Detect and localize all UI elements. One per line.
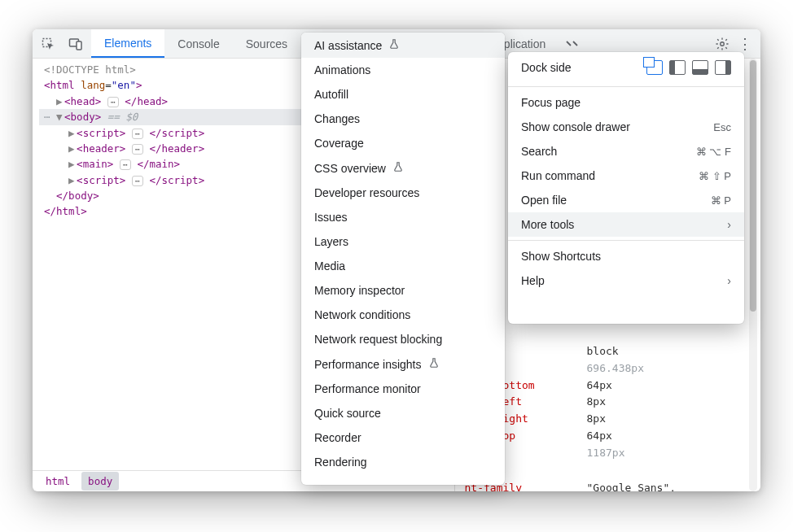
css-value: 8px bbox=[587, 411, 606, 428]
more-tools-issues[interactable]: Issues bbox=[301, 205, 505, 229]
menu-focus-page[interactable]: Focus page bbox=[508, 90, 744, 115]
style-row: rgin-left8px bbox=[465, 394, 747, 411]
menu-run-command[interactable]: Run command⌘ ⇧ P bbox=[508, 164, 744, 188]
breadcrumb-html[interactable]: html bbox=[39, 472, 77, 491]
style-row: nt-family"Google Sans", bbox=[465, 480, 747, 491]
css-value: 64px bbox=[587, 428, 612, 445]
more-tools-performance-insights[interactable]: Performance insights bbox=[301, 351, 505, 377]
dock-left-icon[interactable] bbox=[669, 60, 686, 75]
more-tools-recorder[interactable]: Recorder bbox=[301, 425, 505, 450]
more-tools-network-request-blocking[interactable]: Network request blocking bbox=[301, 327, 505, 351]
settings-menu: Dock side Focus page Show console drawer… bbox=[508, 52, 744, 324]
css-value: block bbox=[587, 343, 619, 360]
dock-undock-icon[interactable] bbox=[646, 60, 663, 75]
tab-elements[interactable]: Elements bbox=[91, 29, 164, 58]
more-tools-rendering[interactable]: Rendering bbox=[301, 450, 505, 474]
more-tools-media[interactable]: Media bbox=[301, 254, 505, 278]
kebab-icon[interactable]: ⋮ bbox=[738, 37, 752, 51]
css-value: 64px bbox=[587, 377, 612, 395]
menu-search[interactable]: Search⌘ ⌥ F bbox=[508, 139, 744, 164]
doctype-node[interactable]: <!DOCTYPE html> bbox=[44, 63, 136, 76]
inspect-icon[interactable] bbox=[41, 37, 55, 51]
flask-icon bbox=[392, 161, 404, 175]
selection-annotation: == $0 bbox=[101, 111, 138, 123]
breadcrumb-body[interactable]: body bbox=[81, 472, 119, 491]
body-close: /body bbox=[63, 190, 94, 202]
script-node-2[interactable]: script bbox=[83, 174, 120, 186]
css-value: 8px bbox=[587, 394, 606, 411]
menu-open-file[interactable]: Open file⌘ P bbox=[508, 188, 744, 212]
css-value: 1187px bbox=[587, 445, 625, 462]
more-tools-animations[interactable]: Animations bbox=[301, 58, 505, 82]
shortcut-esc: Esc bbox=[713, 121, 731, 133]
dock-side-row: Dock side bbox=[508, 52, 744, 83]
flask-icon bbox=[388, 38, 400, 52]
header-node[interactable]: header bbox=[83, 142, 120, 155]
more-tools-developer-resources[interactable]: Developer resources bbox=[301, 181, 505, 205]
tab-console[interactable]: Console bbox=[164, 29, 232, 58]
style-row: ight696.438px bbox=[465, 360, 747, 377]
chevron-right-icon: › bbox=[727, 274, 731, 287]
scrollbar[interactable] bbox=[749, 59, 757, 491]
more-tools-network-conditions[interactable]: Network conditions bbox=[301, 303, 505, 327]
head-node[interactable]: head bbox=[71, 95, 95, 107]
dock-bottom-icon[interactable] bbox=[692, 60, 708, 75]
menu-help[interactable]: Help› bbox=[508, 268, 744, 293]
dock-side-label: Dock side bbox=[521, 61, 638, 74]
html-close: /html bbox=[50, 205, 81, 217]
more-tools-quick-source[interactable]: Quick source bbox=[301, 401, 505, 425]
style-row: rgin-right8px bbox=[465, 411, 747, 428]
html-open[interactable]: html bbox=[50, 79, 75, 91]
more-tools-memory-inspector[interactable]: Memory inspector bbox=[301, 278, 505, 303]
menu-more-tools[interactable]: More tools› bbox=[508, 212, 744, 237]
style-row: splayblock bbox=[465, 343, 747, 360]
device-toggle-icon[interactable] bbox=[68, 37, 83, 51]
main-node[interactable]: main bbox=[83, 158, 107, 170]
more-tools-changes[interactable]: Changes bbox=[301, 107, 505, 131]
css-value: 696.438px bbox=[587, 360, 644, 377]
more-tools-coverage[interactable]: Coverage bbox=[301, 131, 505, 155]
shortcut-runcmd: ⌘ ⇧ P bbox=[699, 170, 731, 182]
tab-sources[interactable]: Sources bbox=[233, 29, 300, 58]
menu-show-shortcuts[interactable]: Show Shortcuts bbox=[508, 244, 744, 268]
svg-rect-2 bbox=[77, 41, 81, 50]
dock-right-icon[interactable] bbox=[715, 60, 731, 75]
more-tools-autofill[interactable]: Autofill bbox=[301, 82, 505, 107]
style-row: rgin-bottom64px bbox=[465, 377, 747, 395]
shortcut-openfile: ⌘ P bbox=[711, 194, 731, 207]
style-row: rgin-top64px bbox=[465, 428, 747, 445]
more-tools-css-overview[interactable]: CSS overview bbox=[301, 155, 505, 181]
css-value: "Google Sans", bbox=[587, 480, 677, 491]
gear-icon[interactable] bbox=[715, 37, 729, 51]
more-tools-performance-monitor[interactable]: Performance monitor bbox=[301, 377, 505, 401]
more-tools-layers[interactable]: Layers bbox=[301, 229, 505, 254]
flask-icon bbox=[428, 357, 440, 371]
more-tools-ai-assistance[interactable]: AI assistance bbox=[301, 33, 505, 58]
script-node-1[interactable]: script bbox=[83, 127, 120, 139]
tabs: Elements Console Sources bbox=[91, 29, 300, 58]
svg-point-3 bbox=[721, 41, 725, 46]
style-row: dth1187px bbox=[465, 445, 747, 462]
more-tools-menu: AI assistanceAnimationsAutofillChangesCo… bbox=[301, 33, 505, 485]
shortcut-search: ⌘ ⌥ F bbox=[696, 146, 731, 158]
chevron-right-icon: › bbox=[727, 218, 731, 231]
menu-console-drawer[interactable]: Show console drawerEsc bbox=[508, 115, 744, 139]
